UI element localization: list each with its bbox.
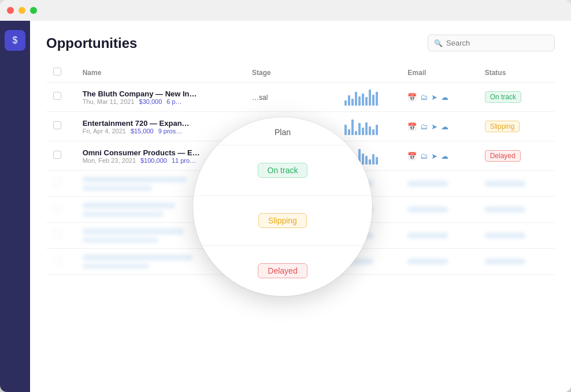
bar (351, 99, 354, 106)
email-actions-1: 📅 🗂 ➤ ☁ (407, 93, 470, 102)
bar (344, 125, 347, 135)
blur-email (407, 233, 448, 238)
slipping-label: Slipping (258, 213, 307, 228)
dropdown-option-slipping[interactable]: Slipping (193, 196, 372, 246)
row-checkbox-3[interactable] (53, 151, 61, 159)
bar (362, 154, 364, 165)
folder-icon[interactable]: 🗂 (420, 93, 428, 102)
row-checkbox-b3 (53, 230, 61, 238)
email-actions-2: 📅 🗂 ➤ ☁ (407, 122, 470, 131)
page-title: Opportunities (46, 35, 137, 51)
th-checkbox (46, 63, 76, 83)
bar (355, 92, 357, 106)
row-checkbox-b1 (53, 178, 61, 186)
bar (376, 125, 378, 135)
table-row: The Bluth Company — New In… Thu, Mar 11,… (46, 83, 555, 112)
mini-chart-1 (344, 88, 394, 106)
calendar-icon[interactable]: 📅 (407, 122, 417, 131)
bar (365, 122, 368, 136)
main-content: Opportunities 🔍 Name Stage E (30, 21, 571, 392)
close-button[interactable] (7, 7, 14, 14)
bar (358, 123, 361, 135)
header-checkbox[interactable] (53, 68, 61, 76)
row-prospects-2: 9 pros… (158, 128, 183, 135)
bar (351, 120, 354, 135)
status-badge-1[interactable]: On track (485, 91, 521, 103)
search-input[interactable] (446, 39, 548, 47)
mini-chart-2 (344, 118, 394, 135)
th-stage: Stage (245, 63, 338, 83)
table-header-row: Name Stage Email Status (46, 63, 555, 83)
calendar-icon[interactable]: 📅 (407, 93, 417, 102)
calendar-icon[interactable]: 📅 (407, 152, 417, 160)
content-header: Opportunities 🔍 (46, 35, 555, 51)
row-checkbox-2[interactable] (53, 121, 61, 129)
bar (376, 92, 378, 106)
folder-icon[interactable]: 🗂 (420, 122, 428, 131)
titlebar (0, 0, 571, 21)
status-badge-2[interactable]: Slipping (485, 121, 520, 132)
row-date-3: Mon, Feb 23, 2021 (83, 157, 136, 164)
th-status: Status (478, 63, 555, 83)
bar (362, 94, 364, 106)
app-window: $ Opportunities 🔍 N (0, 0, 571, 392)
plan-dropdown[interactable]: Plan On track Slipping Delayed (193, 117, 372, 296)
blur-status (485, 233, 525, 238)
th-name: Name (76, 63, 245, 83)
bar (358, 96, 361, 106)
blur-status (485, 259, 525, 264)
row-amount-2: $15,000 (131, 128, 154, 135)
bar (372, 154, 375, 165)
blur-email (407, 259, 448, 264)
blur-status (485, 181, 525, 186)
blur-name (83, 177, 187, 182)
minimize-button[interactable] (18, 7, 25, 14)
send-icon[interactable]: ➤ (431, 93, 437, 102)
blur-name (83, 203, 175, 208)
bar (372, 95, 375, 106)
row-checkbox-1[interactable] (53, 92, 61, 100)
bar (348, 129, 350, 136)
row-checkbox-b2 (53, 204, 61, 212)
bar (355, 131, 357, 136)
delayed-label: Delayed (258, 263, 307, 278)
search-box[interactable]: 🔍 (428, 35, 555, 51)
row-date-2: Fri, Apr 4, 2021 (83, 128, 126, 135)
sidebar: $ (0, 21, 30, 392)
bar (365, 156, 368, 165)
cloud-icon[interactable]: ☁ (441, 93, 448, 102)
cloud-icon[interactable]: ☁ (441, 152, 448, 160)
bar (369, 89, 371, 106)
row-amount-3: $100,000 (140, 157, 167, 164)
blur-meta (83, 238, 158, 242)
folder-icon[interactable]: 🗂 (420, 152, 428, 160)
bar (372, 129, 375, 136)
row-name-1: The Bluth Company — New In… (83, 89, 238, 98)
bar (348, 95, 350, 106)
bar (369, 159, 371, 165)
maximize-button[interactable] (30, 7, 37, 14)
cloud-icon[interactable]: ☁ (441, 122, 448, 131)
bar (362, 128, 364, 136)
send-icon[interactable]: ➤ (431, 122, 437, 131)
row-checkbox-b4 (53, 256, 61, 264)
bar (369, 126, 371, 135)
th-chart (338, 63, 401, 83)
blur-email (407, 207, 448, 212)
search-icon: 🔍 (434, 39, 443, 47)
row-prospects-3: 11 pro… (172, 157, 196, 164)
sidebar-dollar-icon[interactable]: $ (5, 30, 25, 51)
blur-name (83, 229, 184, 234)
app-body: $ Opportunities 🔍 N (0, 21, 571, 392)
bar (344, 100, 347, 106)
bar (376, 157, 378, 165)
status-badge-3[interactable]: Delayed (485, 150, 521, 162)
row-name-2: Entertainment 720 — Expan… (83, 119, 238, 128)
th-email: Email (401, 63, 477, 83)
dropdown-option-on-track[interactable]: On track (193, 145, 372, 196)
bar (365, 97, 368, 106)
blur-meta (83, 264, 149, 268)
row-prospects-1: 6 p… (166, 98, 181, 105)
email-actions-3: 📅 🗂 ➤ ☁ (407, 152, 470, 160)
send-icon[interactable]: ➤ (431, 152, 437, 160)
